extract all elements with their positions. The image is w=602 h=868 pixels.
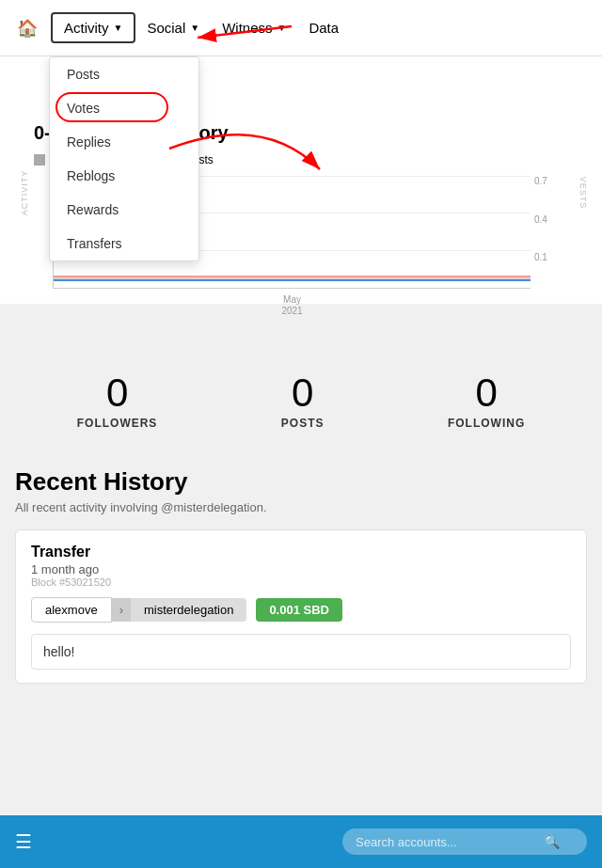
following-stat: 0 FOLLOWING xyxy=(448,373,525,430)
transfer-arrow-icon: › xyxy=(112,598,131,622)
recent-history-subtitle: All recent activity involving @misterdel… xyxy=(15,500,587,514)
activity-label: Activity xyxy=(64,20,109,36)
home-button[interactable]: 🏠 xyxy=(11,12,43,44)
top-navigation: 🏠 Activity ▼ Social ▼ Witness ▼ Data xyxy=(0,0,602,56)
posts-stat: 0 POSTS xyxy=(281,373,325,430)
activity-nav-item[interactable]: Activity ▼ xyxy=(51,12,135,43)
dropdown-posts[interactable]: Posts xyxy=(50,57,198,91)
transfer-block: Block #53021520 xyxy=(31,576,571,588)
transfer-to[interactable]: misterdelegation xyxy=(131,598,246,622)
x-label-year: 2021 xyxy=(54,306,531,316)
transfer-card: Transfer 1 month ago Block #53021520 ale… xyxy=(15,529,587,684)
dropdown-votes[interactable]: Votes xyxy=(50,91,198,125)
y-axis-right-bot: 0.1 xyxy=(534,252,564,262)
legend-posts-dot xyxy=(34,154,45,166)
transfer-amount: 0.001 SBD xyxy=(256,598,342,622)
activity-arrow: ▼ xyxy=(114,23,123,33)
hamburger-menu-button[interactable]: ☰ xyxy=(15,830,32,853)
stats-section: 0 FOLLOWERS 0 POSTS 0 FOLLOWING xyxy=(0,351,602,452)
recent-history-title: Recent History xyxy=(15,467,587,497)
vests-side-label: VESTS xyxy=(579,177,589,210)
followers-stat: 0 FOLLOWERS xyxy=(77,373,158,430)
y-axis-right-top: 0.7 xyxy=(534,176,564,186)
data-label: Data xyxy=(309,20,339,36)
posts-label: POSTS xyxy=(281,417,325,430)
witness-nav-item[interactable]: Witness ▼ xyxy=(211,14,297,41)
activity-side-label: ACTIVITY xyxy=(20,170,29,216)
search-bar: 🔍 xyxy=(342,829,587,855)
following-label: FOLLOWING xyxy=(448,417,525,430)
dropdown-transfers[interactable]: Transfers xyxy=(50,227,198,260)
x-label-may: May xyxy=(54,294,531,305)
search-icon[interactable]: 🔍 xyxy=(544,834,560,849)
followers-count: 0 xyxy=(77,373,158,413)
search-input[interactable] xyxy=(356,835,544,849)
data-nav-item[interactable]: Data xyxy=(297,14,350,41)
activity-dropdown: Posts Votes Replies Reblogs Rewards Tran… xyxy=(49,56,199,261)
witness-label: Witness xyxy=(222,20,272,36)
transfer-from[interactable]: alexmove xyxy=(31,597,112,623)
social-nav-item[interactable]: Social ▼ xyxy=(135,14,211,41)
following-count: 0 xyxy=(448,373,525,413)
social-label: Social xyxy=(147,20,185,36)
transfer-message: hello! xyxy=(31,634,571,670)
transfer-tags: alexmove › misterdelegation 0.001 SBD xyxy=(31,597,571,623)
witness-arrow: ▼ xyxy=(277,23,287,33)
transfer-type: Transfer xyxy=(31,544,571,560)
social-arrow: ▼ xyxy=(190,23,199,33)
dropdown-rewards[interactable]: Rewards xyxy=(50,193,198,227)
bottom-spacer xyxy=(0,699,602,774)
dropdown-replies[interactable]: Replies xyxy=(50,125,198,159)
posts-count: 0 xyxy=(281,373,325,413)
transfer-time: 1 month ago xyxy=(31,562,571,576)
recent-history-section: Recent History All recent activity invol… xyxy=(0,452,602,699)
followers-label: FOLLOWERS xyxy=(77,417,158,430)
dropdown-reblogs[interactable]: Reblogs xyxy=(50,159,198,193)
bottom-bar: ☰ 🔍 xyxy=(0,815,602,868)
y-axis-right-mid: 0.4 xyxy=(534,214,564,225)
